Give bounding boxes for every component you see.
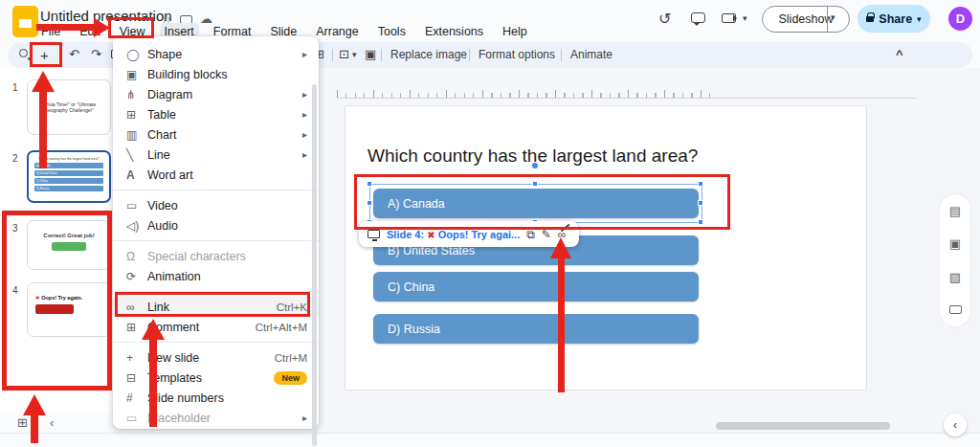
rotate-handle[interactable] xyxy=(532,163,538,168)
submenu-arrow-icon: ▸ xyxy=(302,49,307,59)
chart-icon: ▥ xyxy=(126,128,147,142)
menu-item-line[interactable]: ╲ Line ▸ xyxy=(113,145,319,165)
meet-camera-icon[interactable] xyxy=(722,13,736,23)
annotation-arrowhead xyxy=(142,319,165,340)
undo-icon[interactable]: ↶ xyxy=(69,47,79,61)
collapse-filmstrip-icon[interactable]: ‹ xyxy=(50,415,54,430)
share-label: Share xyxy=(879,12,912,26)
video-icon: ▭ xyxy=(126,199,147,212)
folder-icon[interactable] xyxy=(949,302,962,317)
thumb2-bar: C) China xyxy=(34,178,103,184)
ruler-baseline xyxy=(337,98,917,99)
annotation-arrowhead xyxy=(550,237,571,258)
side-panel: ▤ ▣ ▧ xyxy=(940,194,970,326)
menu-item-new-slide[interactable]: + New slide Ctrl+M xyxy=(113,347,319,368)
menu-item-shape[interactable]: ◯ Shape ▸ xyxy=(113,44,319,64)
submenu-arrow-icon: ▸ xyxy=(302,149,307,160)
toolbar-divider xyxy=(332,49,333,61)
redo-icon[interactable]: ↷ xyxy=(91,47,101,61)
annotation-box-thumbnails xyxy=(2,211,112,391)
x-emoji-icon: ✖ xyxy=(427,230,434,240)
toolbar-divider xyxy=(469,49,470,61)
annotation-arrowhead xyxy=(94,18,110,37)
building-blocks-icon: ▣ xyxy=(126,68,147,81)
collapse-toolbar-icon[interactable]: ^ xyxy=(896,47,903,61)
submenu-arrow-icon: ▸ xyxy=(302,129,307,140)
toolbar-divider xyxy=(561,49,562,61)
account-avatar[interactable]: D xyxy=(948,7,972,31)
horizontal-scrollbar[interactable] xyxy=(716,422,890,430)
diagram-icon: ⋔ xyxy=(126,88,147,101)
share-caret-icon: ▾ xyxy=(917,14,922,24)
insert-menu: ◯ Shape ▸ ▣ Building blocks ⋔ Diagram ▸ … xyxy=(113,36,319,429)
crop-caret-icon[interactable]: ▾ xyxy=(352,50,357,59)
menu-item-animation[interactable]: ⟳ Animation xyxy=(113,266,319,286)
menu-item-word-art[interactable]: A Word art xyxy=(113,165,319,185)
answer-option-d[interactable]: D) Russia xyxy=(373,314,699,344)
slide-number: 2 xyxy=(12,153,18,164)
annotation-arrow-link xyxy=(149,339,157,427)
meet-caret-icon[interactable]: ▾ xyxy=(743,13,747,23)
hide-side-panel-button[interactable]: ‹ xyxy=(944,413,967,436)
annotation-box-link xyxy=(115,292,310,317)
menu-divider xyxy=(113,342,319,343)
menu-item-diagram[interactable]: ⋔ Diagram ▸ xyxy=(113,84,319,104)
share-button[interactable]: Share ▾ xyxy=(858,5,930,33)
comments-icon[interactable] xyxy=(691,12,705,23)
audio-icon: ◁) xyxy=(126,219,147,233)
annotation-arrow-plus xyxy=(39,91,47,168)
line-icon: ╲ xyxy=(126,148,147,162)
word-art-icon: A xyxy=(126,168,147,182)
table-icon: ⊞ xyxy=(126,108,147,122)
format-options-button[interactable]: Format options xyxy=(479,48,555,61)
keep-note-icon[interactable]: ▤ xyxy=(949,204,961,218)
placeholder-icon: ▭ xyxy=(126,412,147,425)
animate-button[interactable]: Animate xyxy=(570,48,612,61)
slideshow-button[interactable]: Slideshow xyxy=(762,6,850,33)
shape-icon: ◯ xyxy=(126,48,147,61)
menu-item-slide-numbers[interactable]: # Slide numbers xyxy=(113,388,319,408)
special-characters-icon: Ω xyxy=(126,250,147,263)
answer-option-c[interactable]: C) China xyxy=(373,272,699,302)
menu-divider xyxy=(113,190,319,190)
annotation-arrow-tooltip xyxy=(558,257,565,392)
link-target-text[interactable]: Slide 4: ✖ Oops! Try agai... xyxy=(387,229,520,240)
menu-arrange[interactable]: Arrange xyxy=(311,23,363,40)
grid-view-icon[interactable]: ⊞ xyxy=(17,415,28,430)
menu-tools[interactable]: Tools xyxy=(373,23,411,40)
menu-help[interactable]: Help xyxy=(498,23,532,40)
templates-icon: ⊟ xyxy=(126,371,147,385)
submenu-arrow-icon: ▸ xyxy=(302,89,307,100)
menu-extensions[interactable]: Extensions xyxy=(420,23,488,40)
crop-image-icon[interactable]: ⊡ xyxy=(339,47,349,61)
search-menus-icon[interactable] xyxy=(19,49,28,57)
mask-image-icon[interactable]: ▣ xyxy=(365,47,376,61)
annotation-arrowhead xyxy=(23,394,46,415)
menu-item-table[interactable]: ⊞ Table ▸ xyxy=(113,104,319,124)
slideshow-split-divider xyxy=(827,6,828,33)
menu-item-chart[interactable]: ▥ Chart ▸ xyxy=(113,124,319,145)
new-slide-icon: + xyxy=(126,351,147,365)
menu-item-video[interactable]: ▭ Video xyxy=(113,195,319,215)
bottom-bar xyxy=(0,433,980,447)
slide-numbers-icon: # xyxy=(126,391,147,405)
maps-icon[interactable]: ▧ xyxy=(949,270,961,284)
contacts-icon[interactable]: ▣ xyxy=(949,236,961,251)
submenu-arrow-icon: ▸ xyxy=(302,413,307,423)
menu-item-audio[interactable]: ◁) Audio xyxy=(113,215,319,235)
slide-number: 1 xyxy=(12,82,18,93)
menu-item-placeholder: ▭ Placeholder ▸ xyxy=(113,408,319,428)
menu-item-building-blocks[interactable]: ▣ Building blocks xyxy=(113,64,319,84)
menu-scrollbar[interactable] xyxy=(312,84,317,446)
new-badge: New xyxy=(274,371,307,385)
animation-icon: ⟳ xyxy=(126,270,147,283)
slideshow-caret-icon[interactable]: ▾ xyxy=(831,12,835,22)
menu-divider xyxy=(113,240,319,241)
replace-image-button[interactable]: Replace image xyxy=(390,48,467,61)
slides-logo[interactable] xyxy=(12,6,38,37)
toolbar-divider xyxy=(381,49,382,61)
version-history-icon[interactable]: ↺ xyxy=(658,10,671,28)
ruler-major-ticks xyxy=(337,90,710,98)
annotation-arrow-insert xyxy=(36,24,94,31)
menu-item-templates[interactable]: ⊟ Templates New xyxy=(113,368,319,388)
